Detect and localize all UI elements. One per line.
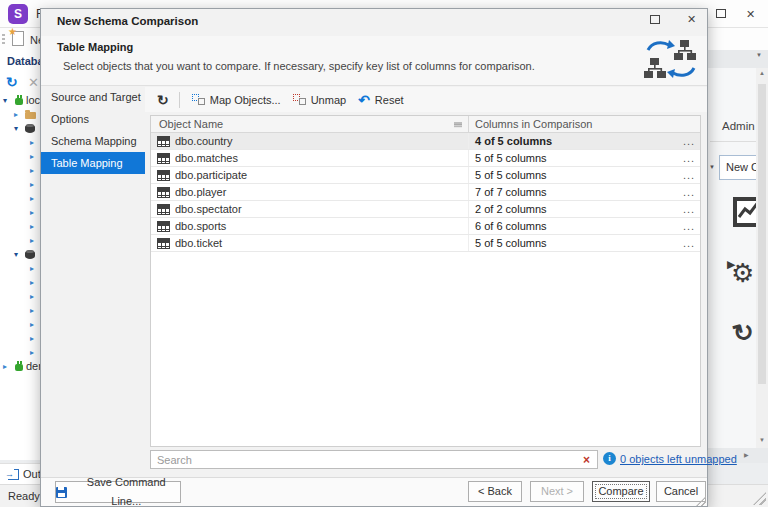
row-options-button[interactable]: ... (678, 169, 700, 181)
unmapped-objects-link[interactable]: 0 objects left unmapped (620, 453, 737, 465)
run-gear-icon[interactable]: ▶ ⚙ (731, 258, 754, 289)
tree-expander-icon[interactable] (14, 250, 24, 259)
tree-expander-icon[interactable] (3, 96, 13, 105)
save-command-line-button[interactable]: Save Command Line... (55, 481, 181, 503)
object-name: dbo.participate (175, 169, 247, 181)
table-row[interactable]: dbo.participate 5 of 5 columns ... (151, 167, 700, 184)
column-header-columns[interactable]: Columns in Comparison (469, 116, 700, 132)
app-window: S File ✕ ★ New Database ↻ ✕ loca (0, 0, 768, 507)
object-name: dbo.matches (175, 152, 238, 164)
unmap-button[interactable]: Unmap (293, 94, 346, 106)
toolbar-grip (2, 34, 5, 46)
object-name: dbo.player (175, 186, 226, 198)
row-options-button[interactable]: ... (678, 152, 700, 164)
row-options-button[interactable]: ... (678, 135, 700, 147)
tree-expander-icon[interactable] (30, 166, 40, 175)
tree-expander-icon[interactable] (30, 320, 40, 329)
reset-icon: ↶ (358, 92, 370, 108)
tree-expander-icon[interactable] (30, 152, 40, 161)
scrollbar-thumb[interactable] (758, 84, 766, 384)
object-name: dbo.sports (175, 220, 226, 232)
row-options-button[interactable]: ... (678, 220, 700, 232)
map-objects-button[interactable]: Map Objects... (192, 94, 281, 106)
search-box: × (150, 450, 598, 469)
new-document-icon[interactable]: ★ (12, 31, 24, 46)
table-header: Object Name Columns in Comparison (151, 116, 700, 133)
table-row[interactable]: dbo.sports 6 of 6 columns ... (151, 218, 700, 235)
table-icon (157, 170, 170, 181)
tree-expander-icon[interactable] (30, 264, 40, 273)
wizard-step[interactable]: Source and Target (41, 86, 145, 108)
next-button: Next > (530, 481, 584, 502)
star-icon: ★ (8, 26, 17, 37)
maximize-icon[interactable] (716, 9, 726, 18)
back-button[interactable]: < Back (468, 481, 522, 502)
wizard-step[interactable]: Table Mapping (41, 152, 145, 174)
tree-expander-icon[interactable] (30, 348, 40, 357)
dialog-title: New Schema Comparison (57, 15, 198, 27)
tree-expander-icon[interactable] (30, 208, 40, 217)
columns-in-comparison: 4 of 5 columns (469, 135, 678, 147)
table-row[interactable]: dbo.matches 5 of 5 columns ... (151, 150, 700, 167)
tree-expander-icon[interactable] (30, 292, 40, 301)
toolbar-overflow-icon[interactable]: ▼ (756, 52, 762, 58)
tree-expander-icon[interactable] (14, 110, 24, 119)
tree-expander-icon[interactable] (30, 278, 40, 287)
scroll-down-icon[interactable]: ▼ (759, 437, 765, 443)
close-icon[interactable]: ✕ (746, 8, 755, 21)
object-name: dbo.country (175, 135, 232, 147)
wizard-step[interactable]: Schema Mapping (41, 130, 145, 152)
columns-in-comparison: 2 of 2 columns (469, 203, 678, 215)
table-icon (157, 187, 170, 198)
table-icon (157, 153, 170, 164)
refresh-icon[interactable]: ↻ (6, 74, 18, 90)
tree-expander-icon[interactable] (3, 362, 13, 371)
tree-node-icon (24, 109, 37, 120)
clear-search-icon[interactable]: × (576, 453, 597, 467)
row-options-button[interactable]: ... (678, 186, 700, 198)
table-row[interactable]: dbo.player 7 of 7 columns ... (151, 184, 700, 201)
tree-expander-icon[interactable] (30, 306, 40, 315)
map-objects-icon (192, 94, 205, 105)
table-row[interactable]: dbo.country 4 of 5 columns ... (151, 133, 700, 150)
cancel-button[interactable]: Cancel (656, 481, 706, 502)
mapping-toolbar: ↻ Map Objects... Unmap ↶ Reset (145, 87, 707, 112)
refresh-icon[interactable]: ↻ (157, 92, 169, 108)
column-header-object-name[interactable]: Object Name (151, 116, 469, 132)
dialog-close-icon[interactable]: ✕ (687, 13, 696, 26)
save-icon (56, 487, 67, 498)
search-input[interactable] (151, 454, 576, 466)
tree-expander-icon[interactable] (30, 236, 40, 245)
step-description: Select objects that you want to compare.… (63, 60, 535, 72)
scroll-up-icon[interactable]: ▲ (759, 70, 765, 76)
scroll-right-icon[interactable]: ▶ (744, 451, 749, 458)
tree-expander-icon[interactable] (30, 138, 40, 147)
wizard-steps: Source and Target Options Schema Mapping… (41, 86, 145, 174)
tree-node-icon (24, 249, 37, 260)
tree-expander-icon[interactable] (30, 334, 40, 343)
compare-button[interactable]: Compare (592, 481, 650, 502)
close-icon[interactable]: ✕ (28, 75, 39, 90)
table-row[interactable]: dbo.spectator 2 of 2 columns ... (151, 201, 700, 218)
row-options-button[interactable]: ... (678, 203, 700, 215)
tree-expander-icon[interactable] (30, 180, 40, 189)
tree-expander-icon[interactable] (14, 124, 24, 133)
table-icon (157, 221, 170, 232)
schema-compare-icon (642, 38, 700, 82)
play-icon: ▶ (727, 258, 735, 271)
row-options-button[interactable]: ... (678, 237, 700, 249)
wizard-step[interactable]: Options (41, 108, 145, 130)
unmap-icon (293, 94, 306, 105)
reset-button[interactable]: ↶ Reset (358, 92, 403, 108)
tree-expander-icon[interactable] (30, 194, 40, 203)
table-row[interactable]: dbo.ticket 5 of 5 columns ... (151, 235, 700, 252)
dialog-maximize-icon[interactable] (650, 15, 660, 24)
mapping-table: Object Name Columns in Comparison dbo.co… (150, 115, 701, 447)
dropdown-icon[interactable]: ▼ (709, 164, 715, 170)
columns-in-comparison: 5 of 5 columns (469, 169, 678, 181)
table-icon (157, 204, 170, 215)
tree-node-icon (13, 361, 26, 372)
tree-expander-icon[interactable] (30, 222, 40, 231)
output-icon (8, 469, 19, 480)
app-logo-icon: S (8, 4, 28, 24)
